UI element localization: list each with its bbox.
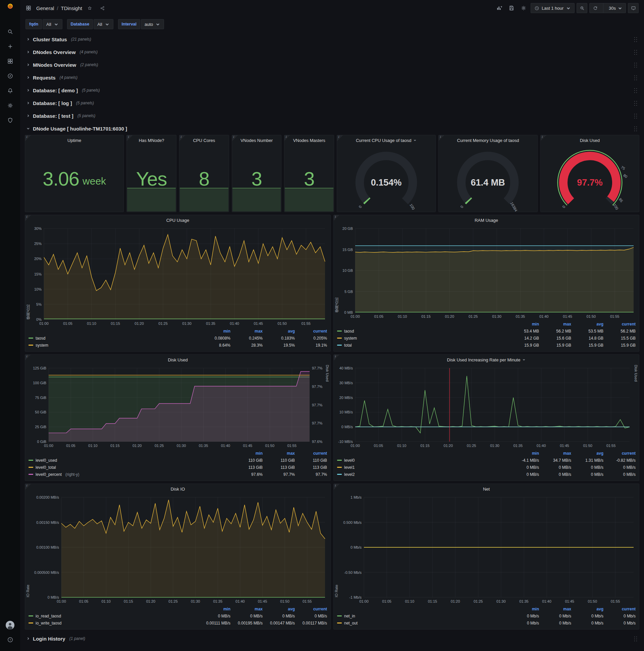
row-drag-handle[interactable]: [634, 75, 638, 81]
dashboard-row-dnode-usage-huolinhe-tm1701-6030[interactable]: DNode Usage [ huolinhe-TM1701:6030 ]: [25, 122, 639, 135]
time-range-picker[interactable]: Last 1 hour: [530, 3, 575, 13]
server-admin-shield-icon[interactable]: [4, 114, 16, 126]
grafana-logo-icon[interactable]: [4, 0, 16, 12]
legend-column-header[interactable]: max: [230, 607, 263, 611]
panel-title[interactable]: Has MNode?: [127, 135, 176, 145]
refresh-icon[interactable]: [590, 3, 601, 13]
legend-column-header[interactable]: current: [604, 322, 636, 327]
breadcrumb-dashboard[interactable]: TDinsight: [61, 5, 82, 11]
share-icon[interactable]: [98, 3, 108, 13]
dashboard-settings-icon[interactable]: [519, 3, 528, 13]
panel-info-icon[interactable]: i: [25, 484, 31, 490]
dashboards-icon[interactable]: [4, 55, 16, 67]
panel-title[interactable]: Current Memory Usage of taosd: [439, 135, 537, 145]
dashboard-grid-icon[interactable]: [24, 3, 34, 13]
dashboard-row-database-log[interactable]: Database: [ log ](5 panels): [25, 97, 639, 110]
panel-title[interactable]: CPU Usage: [25, 215, 330, 225]
dashboard-row-dnodes-overview[interactable]: DNodes Overview(4 panels): [25, 45, 639, 58]
dashboard-row-mnodes-overview[interactable]: MNodes Overview(2 panels): [25, 58, 639, 71]
legend-series[interactable]: level0_total: [29, 465, 230, 470]
panel-info-icon[interactable]: i: [25, 355, 31, 361]
alerting-bell-icon[interactable]: [4, 85, 16, 97]
panel-title[interactable]: Disk IO: [25, 484, 330, 494]
panel-info-icon[interactable]: i: [334, 355, 340, 361]
legend-series[interactable]: io_read_taosd: [29, 614, 198, 618]
legend-series[interactable]: net_out: [337, 621, 507, 625]
legend-column-header[interactable]: avg: [263, 329, 295, 334]
legend-series[interactable]: taosd: [29, 336, 198, 341]
dashboard-row-requests[interactable]: Requests(4 panels): [25, 71, 639, 84]
panel-title[interactable]: Disk Used: [541, 135, 639, 145]
variable-value-dropdown[interactable]: auto: [141, 19, 164, 29]
panel-title[interactable]: RAM Usage: [334, 215, 639, 225]
legend-series[interactable]: taosd: [337, 329, 507, 334]
panel-info-icon[interactable]: i: [284, 135, 290, 141]
user-avatar[interactable]: [6, 621, 14, 629]
legend-series[interactable]: level0_percent(right-y): [29, 472, 230, 477]
create-plus-icon[interactable]: [4, 40, 16, 52]
panel-info-icon[interactable]: i: [25, 215, 31, 221]
legend-column-header[interactable]: current: [295, 451, 327, 456]
row-drag-handle[interactable]: [634, 113, 638, 119]
panel-info-icon[interactable]: i: [232, 135, 238, 141]
legend-column-header[interactable]: avg: [571, 451, 604, 456]
legend-column-header[interactable]: avg: [571, 322, 604, 327]
cycle-view-button[interactable]: [628, 3, 639, 13]
legend-column-header[interactable]: current: [604, 451, 636, 456]
legend-column-header[interactable]: max: [539, 607, 571, 611]
legend-column-header[interactable]: avg: [571, 607, 604, 611]
add-panel-icon[interactable]: [494, 3, 505, 13]
legend-column-header[interactable]: min: [198, 607, 230, 611]
legend-series[interactable]: io_write_taosd: [29, 621, 198, 625]
legend-series[interactable]: system: [337, 336, 507, 341]
legend-series[interactable]: system: [29, 343, 198, 348]
legend-column-header[interactable]: max: [230, 329, 263, 334]
breadcrumb-folder[interactable]: General: [36, 5, 54, 11]
legend-column-header[interactable]: min: [507, 322, 539, 327]
panel-title[interactable]: CPU Cores: [180, 135, 229, 145]
explore-compass-icon[interactable]: [4, 70, 16, 82]
panel-info-icon[interactable]: i: [439, 135, 444, 141]
dashboard-row-cluster-status[interactable]: Cluster Status(21 panels): [25, 33, 639, 45]
panel-title[interactable]: VNodes Number: [232, 135, 282, 145]
legend-column-header[interactable]: min: [230, 451, 263, 456]
row-drag-handle[interactable]: [634, 636, 638, 642]
legend-column-header[interactable]: current: [295, 329, 327, 334]
panel-info-icon[interactable]: i: [337, 135, 343, 141]
legend-column-header[interactable]: min: [507, 607, 539, 611]
dashboard-row-database-test[interactable]: Database: [ test ](5 panels): [25, 110, 639, 122]
panel-info-icon[interactable]: i: [541, 135, 546, 141]
row-drag-handle[interactable]: [634, 100, 638, 106]
panel-title[interactable]: Uptime: [25, 135, 123, 145]
legend-series[interactable]: level0: [337, 458, 507, 463]
panel-title[interactable]: Disk Used: [25, 355, 330, 365]
legend-column-header[interactable]: max: [539, 322, 571, 327]
row-drag-handle[interactable]: [634, 49, 638, 55]
panel-title[interactable]: Current CPU Usage of taosd: [337, 135, 436, 145]
row-drag-handle[interactable]: [634, 37, 638, 42]
legend-column-header[interactable]: current: [295, 607, 327, 611]
help-icon[interactable]: ?: [4, 633, 16, 646]
search-icon[interactable]: [4, 26, 16, 38]
configuration-gear-icon[interactable]: [4, 99, 16, 112]
dashboard-row-database-demo[interactable]: Database: [ demo ](5 panels): [25, 84, 639, 97]
star-icon[interactable]: [85, 3, 95, 13]
panel-title[interactable]: VNodes Masters: [284, 135, 334, 145]
legend-series[interactable]: level2: [337, 472, 507, 477]
legend-column-header[interactable]: current: [604, 607, 636, 611]
legend-column-header[interactable]: min: [198, 329, 230, 334]
dashboard-row-login-history[interactable]: Login History(1 panel): [25, 632, 639, 645]
legend-series[interactable]: level0_used: [29, 458, 230, 463]
save-dashboard-icon[interactable]: [507, 3, 517, 13]
variable-value-dropdown[interactable]: All: [42, 19, 62, 29]
legend-column-header[interactable]: max: [539, 451, 571, 456]
panel-info-icon[interactable]: i: [334, 484, 340, 490]
legend-series[interactable]: total: [337, 343, 507, 348]
panel-info-icon[interactable]: i: [334, 215, 340, 221]
row-drag-handle[interactable]: [634, 62, 638, 68]
legend-column-header[interactable]: min: [507, 451, 539, 456]
zoom-out-button[interactable]: [577, 3, 587, 13]
legend-column-header[interactable]: max: [263, 451, 295, 456]
legend-series[interactable]: net_in: [337, 614, 507, 618]
panel-info-icon[interactable]: i: [180, 135, 185, 141]
